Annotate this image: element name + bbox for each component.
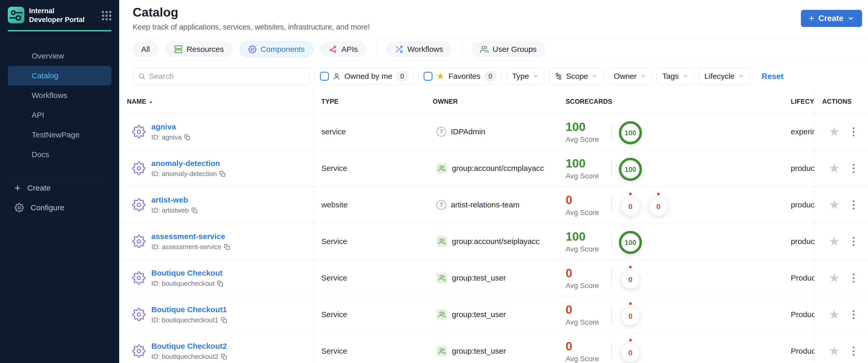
lifecycle-value: Production: [791, 347, 814, 356]
tab-resources[interactable]: Resources: [165, 41, 232, 57]
favorite-star-icon[interactable]: ★: [829, 272, 840, 284]
favorite-star-icon[interactable]: ★: [829, 199, 840, 211]
type-dropdown[interactable]: Type: [506, 68, 545, 85]
divider: [462, 42, 462, 56]
owner-dropdown[interactable]: Owner: [608, 68, 652, 85]
sidebar-configure-button[interactable]: Configure: [0, 198, 119, 217]
kebab-menu-icon[interactable]: [851, 272, 856, 284]
kebab-menu-icon[interactable]: [851, 162, 856, 175]
copy-icon[interactable]: [219, 171, 225, 177]
tab-all[interactable]: All: [133, 41, 158, 57]
divider: [611, 197, 612, 213]
app-switcher-grid-icon[interactable]: [102, 11, 112, 21]
component-id: ID: boutiquecheckout: [151, 279, 215, 288]
tags-dropdown[interactable]: Tags: [656, 68, 694, 85]
kebab-menu-icon[interactable]: [851, 236, 856, 248]
column-header-actions: Actions: [814, 89, 868, 113]
plus-icon: +: [809, 14, 814, 23]
kebab-menu-icon[interactable]: [851, 199, 856, 211]
divider: [377, 42, 377, 56]
component-name-link[interactable]: assessment-service: [151, 232, 225, 241]
user-icon: [333, 72, 340, 80]
component-name-link[interactable]: Boutique Checkout: [151, 269, 223, 277]
entity-tabs: All Resources Components APIs Workflow: [119, 38, 868, 60]
favorites-checkbox[interactable]: [424, 72, 432, 81]
component-id: ID: agniva: [151, 133, 182, 141]
kebab-menu-icon[interactable]: [851, 126, 856, 138]
avg-score-value: 0: [566, 303, 604, 316]
sidebar-item-workflows[interactable]: Workflows: [8, 86, 112, 105]
owner-group-icon: [436, 273, 447, 283]
search-box: [133, 68, 310, 85]
copy-icon[interactable]: [191, 207, 197, 213]
score-ring: 0: [618, 265, 642, 292]
favorite-star-icon[interactable]: ★: [829, 162, 840, 175]
column-header-scorecards[interactable]: Scorecards: [563, 89, 764, 113]
tags-dropdown-label: Tags: [662, 72, 679, 81]
lifecycle-value: Production: [791, 310, 814, 319]
sidebar-create-button[interactable]: + Create: [0, 178, 119, 198]
sidebar-item-api[interactable]: API: [8, 105, 112, 125]
chevron-down-icon: [592, 73, 597, 79]
tab-all-label: All: [141, 45, 150, 54]
table-body: agniva ID: agniva service ? IDPAdmin 100…: [119, 114, 868, 363]
kebab-menu-icon[interactable]: [851, 345, 856, 357]
avg-score-block: 0 Avg Score: [566, 266, 604, 290]
sidebar-configure-label: Configure: [31, 203, 64, 212]
owned-by-me-checkbox[interactable]: [320, 72, 329, 81]
score-rings: 0: [618, 265, 642, 292]
sidebar-item-overview[interactable]: Overview: [8, 46, 112, 66]
name-stack: assessment-service ID: assessment-servic…: [151, 232, 230, 251]
tab-workflows[interactable]: Workflows: [386, 41, 452, 57]
tab-workflows-label: Workflows: [407, 45, 443, 54]
component-name-link[interactable]: Boutique Checkout1: [151, 305, 227, 314]
favorite-star-icon[interactable]: ★: [829, 125, 840, 138]
component-name-link[interactable]: agniva: [151, 122, 176, 131]
favorite-star-icon[interactable]: ★: [829, 345, 840, 357]
favorites-filter[interactable]: ★ Favorites 0: [418, 68, 502, 85]
reset-filters-link[interactable]: Reset: [762, 72, 783, 81]
component-gear-icon: [132, 161, 146, 175]
kebab-menu-icon[interactable]: [851, 308, 856, 321]
owned-by-me-filter[interactable]: Owned by me 0: [315, 68, 414, 85]
search-input[interactable]: [149, 72, 305, 81]
avg-score-block: 100 Avg Score: [566, 156, 604, 180]
column-header-owner[interactable]: Owner: [425, 89, 563, 113]
create-button[interactable]: + Create: [801, 10, 862, 27]
favorite-star-icon[interactable]: ★: [829, 308, 840, 321]
divider: [611, 306, 612, 323]
workflow-icon: [395, 45, 403, 53]
name-stack: artist-web ID: artistweb: [151, 195, 197, 214]
copy-icon[interactable]: [221, 354, 227, 360]
component-id: ID: assessment-service: [151, 243, 221, 251]
favorite-star-icon[interactable]: ★: [829, 235, 840, 248]
owner-group-icon: [436, 309, 447, 320]
copy-icon[interactable]: [224, 244, 230, 250]
scope-dropdown[interactable]: Scope: [549, 68, 603, 85]
chevron-down-icon: [682, 73, 688, 79]
column-header-lifecycle[interactable]: Lifecycle: [764, 89, 814, 113]
column-header-name[interactable]: Name ▲: [119, 89, 313, 113]
owner-value: group:test_user: [452, 347, 506, 356]
chevron-down-icon: [533, 73, 538, 79]
sidebar-item-catalog[interactable]: Catalog: [8, 66, 112, 86]
favorites-label: Favorites: [448, 72, 480, 81]
component-name-link[interactable]: Boutique Checkout2: [151, 342, 227, 350]
score-ring: 0: [618, 338, 642, 363]
brand-underline: [8, 30, 112, 31]
copy-icon[interactable]: [221, 317, 227, 323]
copy-icon[interactable]: [184, 134, 190, 140]
tab-apis[interactable]: APIs: [320, 41, 366, 57]
sidebar-item-docs[interactable]: Docs: [8, 145, 112, 164]
lifecycle-value: Production: [791, 274, 814, 282]
table-row: artist-web ID: artistweb website ? artis…: [119, 187, 868, 223]
column-header-type[interactable]: Type: [313, 89, 425, 113]
tab-user-groups[interactable]: User Groups: [471, 41, 545, 57]
copy-icon[interactable]: [217, 280, 223, 286]
component-name-link[interactable]: anomaly-detection: [151, 159, 220, 168]
sidebar-item-testnewpage[interactable]: TestNewPage: [8, 125, 112, 145]
component-name-link[interactable]: artist-web: [151, 195, 188, 204]
lifecycle-dropdown[interactable]: Lifecycle: [699, 68, 750, 85]
tab-components[interactable]: Components: [240, 41, 313, 57]
hierarchy-icon: [555, 72, 562, 80]
